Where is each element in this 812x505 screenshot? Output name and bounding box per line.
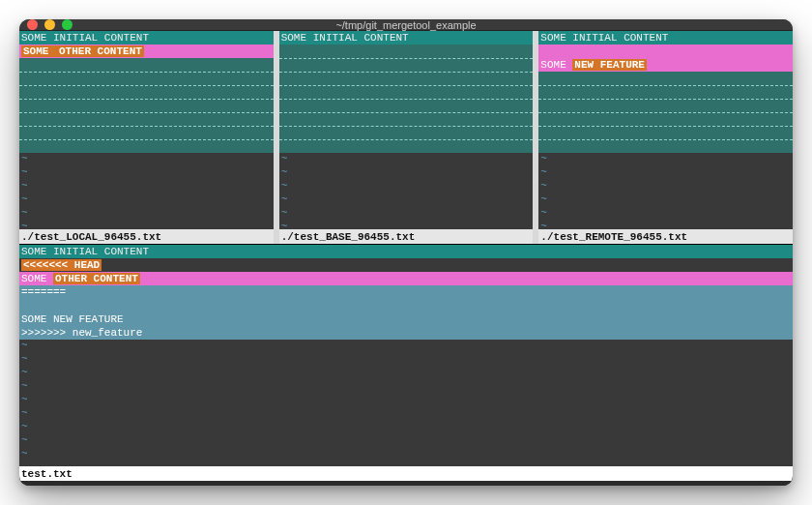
empty-line-tilde: ~: [19, 221, 274, 229]
empty-line-tilde: ~: [19, 340, 793, 353]
empty-line-tilde: ~: [538, 166, 793, 180]
buffer-filename: ./test_REMOTE_96455.txt: [540, 231, 687, 243]
diff-filler: [279, 99, 534, 112]
buffer-line[interactable]: SOME INITIAL CONTENT: [538, 31, 793, 45]
text-segment: SOME NEW FEATURE: [21, 313, 124, 325]
empty-line-tilde: ~: [538, 221, 793, 229]
buffer-line[interactable]: [538, 45, 793, 58]
buffer-line[interactable]: >>>>>>> new_feature: [19, 326, 793, 340]
diff-filler: [279, 45, 534, 58]
text-segment: SOME INITIAL CONTENT: [21, 246, 149, 257]
empty-line-tilde: ~: [538, 153, 793, 166]
empty-line-tilde: ~: [19, 166, 274, 180]
buffer-line[interactable]: =======: [19, 285, 793, 299]
diff-filler: [538, 99, 793, 112]
diff-filler: [538, 72, 793, 85]
local-pane[interactable]: SOME INITIAL CONTENTSOME OTHER CONTENT~~…: [19, 31, 274, 244]
window-title: ~/tmp/git_mergetool_example: [19, 19, 793, 31]
text-segment: SOME INITIAL CONTENT: [281, 32, 409, 44]
empty-line-tilde: ~: [279, 207, 534, 221]
buffer-filename: ./test_BASE_96455.txt: [281, 231, 416, 243]
empty-line-tilde: ~: [279, 221, 534, 229]
empty-line-tilde: ~: [19, 421, 793, 434]
buffer-line[interactable]: SOME INITIAL CONTENT: [19, 245, 793, 258]
merged-statusline: test.txt: [19, 466, 793, 481]
empty-line-tilde: ~: [19, 193, 274, 207]
diff-filler: [19, 58, 274, 72]
diff-filler: [19, 112, 274, 126]
empty-line-tilde: ~: [19, 180, 274, 193]
empty-line-tilde: ~: [19, 407, 793, 421]
empty-line-tilde: ~: [19, 394, 793, 407]
buffer-line[interactable]: <<<<<<< HEAD: [19, 258, 793, 272]
text-segment: SOME INITIAL CONTENT: [540, 32, 668, 44]
diff-filler: [279, 126, 534, 139]
text-segment: SOME: [540, 59, 572, 71]
remote-pane[interactable]: SOME INITIAL CONTENTSOME NEW FEATURE~~~~…: [538, 31, 793, 244]
text-segment: SOME INITIAL CONTENT: [21, 32, 149, 44]
diff-filler: [538, 112, 793, 126]
empty-line-tilde: ~: [19, 367, 793, 380]
text-segment: OTHER CONTENT: [57, 45, 144, 57]
diff-filler: [19, 99, 274, 112]
empty-line-tilde: ~: [538, 180, 793, 193]
statusline: ./test_LOCAL_96455.txt: [19, 229, 274, 244]
empty-line-tilde: ~: [19, 153, 274, 166]
buffer[interactable]: SOME INITIAL CONTENTSOME NEW FEATURE~~~~…: [538, 31, 793, 229]
diff-filler: [279, 112, 534, 126]
diff-filler: [538, 85, 793, 99]
empty-line-tilde: ~: [19, 434, 793, 448]
text-segment: OTHER CONTENT: [53, 273, 140, 284]
empty-line-tilde: ~: [19, 207, 274, 221]
empty-line-tilde: ~: [538, 193, 793, 207]
diff-filler: [19, 126, 274, 139]
base-pane[interactable]: SOME INITIAL CONTENT~~~~~~./test_BASE_96…: [279, 31, 534, 244]
empty-line-tilde: ~: [19, 448, 793, 461]
diff-filler: [279, 139, 534, 153]
text-segment: SOME: [21, 273, 53, 284]
empty-line-tilde: ~: [279, 193, 534, 207]
text-segment: =======: [21, 286, 66, 298]
statusline: ./test_REMOTE_96455.txt: [538, 229, 793, 244]
terminal-window: ~/tmp/git_mergetool_example SOME INITIAL…: [19, 19, 793, 486]
empty-line-tilde: ~: [19, 353, 793, 367]
text-segment: SOME: [21, 45, 57, 57]
diff-filler: [538, 126, 793, 139]
diff-filler: [279, 72, 534, 85]
diff-filler: [538, 139, 793, 153]
diff-filler: [19, 72, 274, 85]
diff-filler: [19, 85, 274, 99]
empty-line-tilde: ~: [279, 180, 534, 193]
empty-line-tilde: ~: [538, 207, 793, 221]
buffer-line[interactable]: [19, 299, 793, 312]
statusline: ./test_BASE_96455.txt: [279, 229, 534, 244]
merged-pane[interactable]: SOME INITIAL CONTENT<<<<<<< HEADSOME OTH…: [19, 245, 793, 486]
diff-filler: [279, 58, 534, 72]
buffer[interactable]: SOME INITIAL CONTENTSOME OTHER CONTENT~~…: [19, 31, 274, 229]
buffer-filename: ./test_LOCAL_96455.txt: [21, 231, 161, 243]
vim-mergetool: SOME INITIAL CONTENTSOME OTHER CONTENT~~…: [19, 31, 793, 486]
merged-buffer[interactable]: SOME INITIAL CONTENT<<<<<<< HEADSOME OTH…: [19, 245, 793, 466]
text-segment: NEW FEATURE: [572, 59, 647, 71]
empty-line-tilde: ~: [279, 166, 534, 180]
merged-filename: test.txt: [21, 468, 72, 480]
empty-line-tilde: ~: [279, 153, 534, 166]
text-segment: >>>>>>> new_feature: [21, 327, 142, 339]
diff-filler: [279, 85, 534, 99]
buffer-line[interactable]: SOME OTHER CONTENT: [19, 272, 793, 285]
buffer-line[interactable]: SOME INITIAL CONTENT: [19, 31, 274, 45]
diff-filler: [19, 139, 274, 153]
buffer[interactable]: SOME INITIAL CONTENT~~~~~~: [279, 31, 534, 229]
empty-line-tilde: ~: [19, 380, 793, 394]
buffer-line[interactable]: SOME NEW FEATURE: [19, 312, 793, 326]
buffer-line[interactable]: SOME INITIAL CONTENT: [279, 31, 534, 45]
command-line[interactable]: [19, 481, 793, 486]
buffer-line[interactable]: SOME OTHER CONTENT: [19, 45, 274, 58]
titlebar[interactable]: ~/tmp/git_mergetool_example: [19, 19, 793, 31]
top-split-row: SOME INITIAL CONTENTSOME OTHER CONTENT~~…: [19, 31, 793, 244]
text-segment: <<<<<<< HEAD: [21, 259, 102, 271]
buffer-line[interactable]: SOME NEW FEATURE: [538, 58, 793, 72]
